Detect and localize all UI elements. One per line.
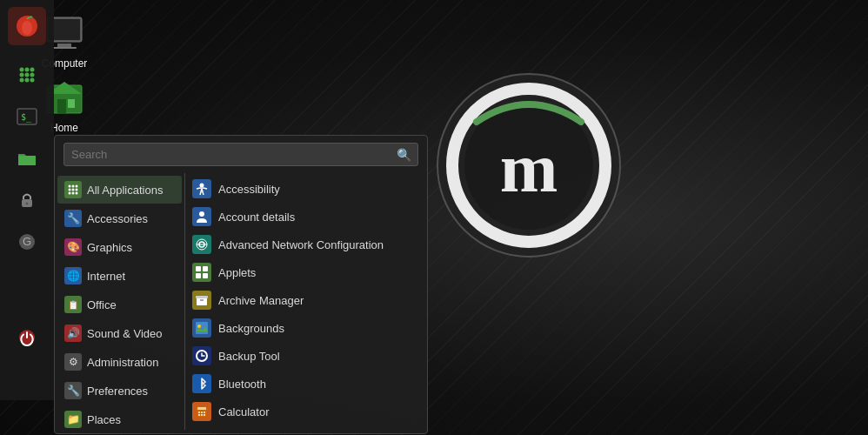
cat-accessories-label: Accessories — [87, 212, 148, 225]
cat-accessories[interactable]: 🔧 Accessories — [57, 204, 182, 232]
svg-point-62 — [204, 414, 205, 416]
cat-administration[interactable]: ⚙ Administration — [57, 348, 182, 376]
menu-search-container: 🔍 — [55, 136, 427, 173]
sidebar-terminal-icon[interactable]: $_ — [8, 97, 46, 136]
app-backgrounds[interactable]: Backgrounds — [185, 314, 427, 342]
svg-rect-11 — [68, 99, 75, 108]
svg-rect-47 — [196, 273, 201, 278]
cat-internet-label: Internet — [87, 270, 125, 283]
cat-preferences[interactable]: 🔧 Preferences — [57, 377, 182, 405]
svg-point-40 — [200, 184, 204, 188]
app-account[interactable]: Account details — [185, 203, 427, 231]
app-archive[interactable]: Archive Manager — [185, 286, 427, 314]
svg-point-59 — [204, 412, 205, 413]
svg-rect-46 — [203, 266, 208, 271]
svg-point-53 — [197, 325, 201, 328]
menu-apps: Accessibility Account details Advanced N… — [185, 173, 427, 430]
cat-accessories-icon: 🔧 — [64, 210, 82, 227]
app-network-icon — [192, 235, 211, 254]
svg-point-13 — [22, 21, 32, 35]
cat-office-icon: 📋 — [64, 296, 82, 313]
svg-point-14 — [20, 68, 24, 72]
svg-point-32 — [72, 185, 75, 188]
svg-point-19 — [30, 73, 35, 77]
svg-point-22 — [30, 78, 35, 83]
app-applets-icon — [192, 263, 211, 282]
cat-prefs-icon: 🔧 — [64, 382, 82, 399]
svg-point-27 — [26, 203, 29, 205]
sidebar-apps-icon[interactable] — [8, 56, 46, 94]
app-calendar[interactable]: Calendar — [185, 425, 427, 430]
app-accessibility-label: Accessibility — [218, 183, 280, 196]
svg-rect-56 — [197, 407, 206, 410]
desktop: m Computer Home — [0, 0, 868, 435]
app-backgrounds-label: Backgrounds — [218, 322, 284, 335]
svg-point-39 — [76, 192, 78, 195]
cat-sound[interactable]: 🔊 Sound & Video — [57, 319, 182, 347]
svg-text:G: G — [23, 235, 31, 248]
app-account-icon — [192, 207, 211, 226]
sidebar-lock-icon[interactable] — [8, 181, 46, 219]
svg-text:m: m — [500, 130, 558, 206]
cat-prefs-label: Preferences — [87, 385, 148, 398]
menu-search-input[interactable] — [63, 143, 418, 166]
app-network[interactable]: Advanced Network Configuration — [185, 231, 427, 258]
app-backup[interactable]: Backup Tool — [185, 342, 427, 370]
cat-internet-icon: 🌐 — [64, 267, 82, 284]
menu-body: All Applications 🔧 Accessories 🎨 Graphic… — [55, 173, 427, 430]
app-applets[interactable]: Applets — [185, 258, 427, 286]
svg-point-41 — [199, 211, 204, 217]
svg-point-36 — [76, 189, 78, 191]
app-backup-icon — [192, 346, 211, 365]
svg-point-16 — [30, 68, 35, 72]
cat-office[interactable]: 📋 Office — [57, 291, 182, 318]
menu-categories: All Applications 🔧 Accessories 🎨 Graphic… — [55, 173, 185, 430]
svg-rect-50 — [196, 296, 208, 298]
sidebar-power-icon[interactable] — [8, 318, 46, 357]
search-icon: 🔍 — [397, 148, 411, 162]
app-accessibility[interactable]: Accessibility — [185, 175, 427, 203]
cat-all-icon — [64, 181, 82, 198]
cat-places-label: Places — [87, 413, 121, 426]
app-backgrounds-icon — [192, 318, 211, 338]
app-calculator[interactable]: Calculator — [185, 398, 427, 425]
cat-all[interactable]: All Applications — [57, 176, 182, 204]
app-bluetooth-label: Bluetooth — [218, 378, 266, 391]
cat-office-label: Office — [87, 298, 117, 311]
app-archive-label: Archive Manager — [218, 294, 304, 307]
app-accessibility-icon — [192, 179, 211, 198]
svg-point-31 — [69, 185, 71, 188]
cat-admin-icon: ⚙ — [64, 353, 82, 371]
svg-text:$_: $_ — [21, 112, 32, 123]
svg-point-57 — [198, 412, 200, 413]
svg-point-60 — [198, 414, 200, 416]
svg-rect-45 — [196, 266, 201, 271]
sidebar: $_ G — [0, 0, 54, 400]
svg-rect-25 — [18, 156, 36, 165]
svg-rect-48 — [203, 273, 208, 278]
cat-places[interactable]: 📁 Places — [57, 405, 182, 430]
svg-point-34 — [69, 189, 71, 191]
cat-graphics-icon: 🎨 — [64, 238, 82, 256]
svg-rect-10 — [57, 99, 66, 113]
svg-point-37 — [69, 192, 71, 195]
sidebar-menu-button[interactable] — [8, 7, 46, 45]
svg-point-17 — [20, 73, 24, 77]
app-archive-icon — [192, 291, 211, 310]
app-network-label: Advanced Network Configuration — [218, 238, 384, 251]
svg-point-21 — [25, 78, 30, 83]
home-label: Home — [50, 122, 78, 134]
sidebar-files-icon[interactable] — [8, 139, 46, 177]
cat-sound-icon: 🔊 — [64, 325, 82, 342]
cat-internet[interactable]: 🌐 Internet — [57, 262, 182, 290]
cat-graphics[interactable]: 🎨 Graphics — [57, 233, 182, 261]
svg-point-58 — [201, 412, 203, 413]
app-account-label: Account details — [218, 211, 295, 224]
svg-point-38 — [72, 192, 75, 195]
sidebar-update-icon[interactable]: G — [8, 223, 46, 261]
cat-graphics-label: Graphics — [87, 241, 132, 254]
svg-point-61 — [201, 414, 203, 416]
app-backup-label: Backup Tool — [218, 350, 280, 363]
svg-rect-7 — [52, 47, 77, 49]
app-bluetooth[interactable]: Bluetooth — [185, 370, 427, 398]
